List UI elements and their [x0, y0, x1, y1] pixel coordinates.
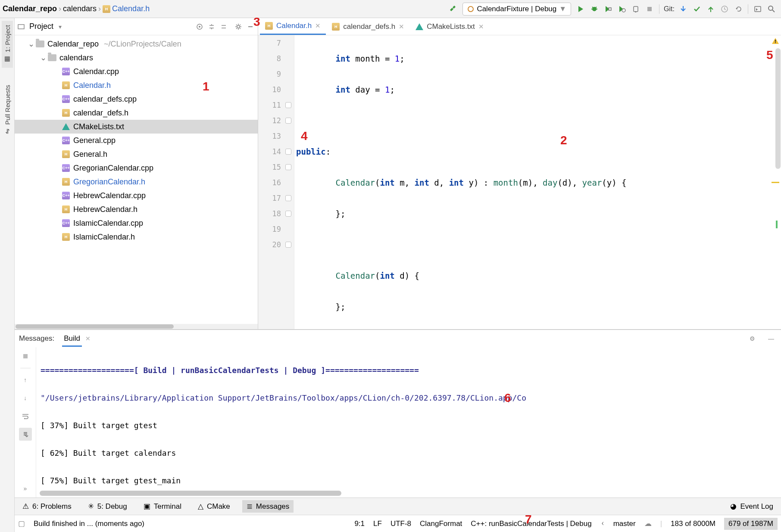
run-context[interactable]: C++: runBasicCalendarTests | Debug	[471, 520, 591, 528]
build-console[interactable]: ====================[ Build | runBasicCa…	[36, 347, 781, 498]
scroll-to-end-icon[interactable]	[19, 428, 32, 441]
soft-wrap-icon[interactable]	[19, 410, 32, 423]
line-separator[interactable]: LF	[373, 520, 382, 528]
encoding[interactable]: UTF-8	[390, 520, 411, 528]
gutter-line[interactable]: 10	[258, 82, 294, 97]
editor-tab[interactable]: CMakeLists.txt✕	[410, 19, 489, 35]
fold-marker-icon[interactable]	[285, 149, 291, 155]
crumb-folder[interactable]: calendars	[63, 4, 97, 13]
tree-file[interactable]: C++General.cpp	[15, 134, 258, 147]
vertical-scrollbar[interactable]	[775, 48, 781, 169]
chevron-down-icon[interactable]: ▾	[59, 23, 62, 30]
run-icon[interactable]	[575, 3, 586, 15]
tree-file[interactable]: C++IslamicCalendar.cpp	[15, 216, 258, 230]
code-content[interactable]: int month = 1; int day = 1; public: Cale…	[294, 35, 769, 329]
tree-file[interactable]: CMakeLists.txt	[15, 120, 258, 134]
tab-problems[interactable]: ⚠6: Problems	[18, 500, 76, 513]
editor-tab[interactable]: HCalendar.h✕	[260, 19, 326, 35]
fold-marker-icon[interactable]	[285, 164, 291, 170]
gutter-line[interactable]: 20	[258, 237, 294, 252]
tree-file[interactable]: C++HebrewCalendar.cpp	[15, 189, 258, 202]
tree-file[interactable]: C++calendar_defs.cpp	[15, 92, 258, 106]
close-icon[interactable]: ✕	[399, 23, 404, 31]
gear-icon[interactable]	[234, 22, 243, 31]
debug-icon[interactable]	[589, 3, 600, 15]
minimize-icon[interactable]: —	[768, 335, 774, 342]
stop-icon[interactable]	[644, 3, 655, 15]
gutter-line[interactable]: 16	[258, 175, 294, 190]
tree-root[interactable]: ⌄ Calendar_repo ~/CLionProjects/Calen	[15, 37, 258, 51]
tab-event-log[interactable]: ◕Event Log	[726, 500, 778, 513]
tab-cmake[interactable]: △CMake	[194, 500, 234, 513]
git-push-icon[interactable]	[705, 3, 716, 15]
tool-windows-icon[interactable]: ▢	[18, 519, 25, 528]
tree-file[interactable]: C++Calendar.cpp	[15, 65, 258, 78]
project-tree[interactable]: ⌄ Calendar_repo ~/CLionProjects/Calen ⌄ …	[15, 35, 258, 324]
tool-window-pull-requests[interactable]: ⇋ Pull Requests	[3, 85, 11, 134]
gutter[interactable]: 7891011121314151617181920	[258, 35, 294, 329]
gutter-line[interactable]: 19	[258, 221, 294, 237]
close-icon[interactable]: ✕	[315, 22, 321, 30]
memory-indicator-2[interactable]: 679 of 1987M	[724, 518, 778, 530]
git-branch[interactable]: master	[613, 520, 636, 528]
gutter-line[interactable]: 7	[258, 35, 294, 51]
gutter-line[interactable]: 17	[258, 190, 294, 206]
git-history-icon[interactable]	[719, 3, 730, 15]
locate-icon[interactable]	[195, 22, 204, 31]
fold-marker-icon[interactable]	[285, 195, 291, 201]
horizontal-scrollbar[interactable]	[40, 491, 341, 496]
warning-icon[interactable]	[772, 37, 779, 45]
crumb-project[interactable]: Calendar_repo	[3, 4, 57, 13]
up-icon[interactable]: ↑	[19, 373, 32, 386]
tree-file[interactable]: HIslamicCalendar.h	[15, 230, 258, 244]
tab-debug[interactable]: ✳5: Debug	[84, 500, 131, 513]
collapse-all-icon[interactable]	[219, 22, 228, 31]
stop-icon[interactable]	[19, 350, 32, 363]
editor-right-gutter[interactable]	[769, 35, 781, 329]
ok-marker[interactable]	[776, 221, 778, 228]
gutter-line[interactable]: 14	[258, 144, 294, 159]
close-icon[interactable]: ✕	[85, 335, 91, 342]
expand-all-icon[interactable]	[207, 22, 216, 31]
crumb-file[interactable]: Calendar.h	[112, 4, 150, 13]
warning-marker[interactable]	[772, 182, 779, 183]
expand-icon[interactable]: »	[19, 482, 32, 495]
tree-file[interactable]: HGregorianCalendar.h	[15, 175, 258, 189]
hammer-build-icon[interactable]	[447, 3, 459, 15]
git-pull-icon[interactable]	[678, 3, 689, 15]
coverage-icon[interactable]	[603, 3, 614, 15]
gutter-line[interactable]: 8	[258, 51, 294, 66]
minimize-icon[interactable]	[246, 22, 255, 31]
gutter-line[interactable]: 15	[258, 159, 294, 175]
gutter-line[interactable]: 13	[258, 128, 294, 144]
messages-tab-build[interactable]: Build	[62, 331, 82, 347]
tree-file[interactable]: C++GregorianCalendar.cpp	[15, 161, 258, 175]
project-panel-title[interactable]: Project	[29, 22, 53, 31]
fold-marker-icon[interactable]	[285, 118, 291, 124]
memory-indicator-1[interactable]: 183 of 8000M	[671, 520, 715, 528]
tree-file[interactable]: HHebrewCalendar.h	[15, 202, 258, 216]
down-icon[interactable]: ↓	[19, 392, 32, 404]
gutter-line[interactable]: 18	[258, 206, 294, 221]
tab-messages[interactable]: ≣Messages	[242, 500, 294, 513]
git-commit-icon[interactable]	[691, 3, 703, 15]
attach-icon[interactable]	[630, 3, 641, 15]
profile-icon[interactable]	[616, 3, 628, 15]
sync-icon[interactable]: ☁	[644, 519, 652, 528]
git-branch-icon[interactable]: ᚲ	[600, 520, 605, 528]
git-revert-icon[interactable]	[733, 3, 744, 15]
fold-marker-icon[interactable]	[285, 242, 291, 248]
horizontal-scrollbar[interactable]	[15, 324, 258, 329]
fold-marker-icon[interactable]	[285, 211, 291, 217]
run-config-selector[interactable]: CalendarFixture | Debug ▼	[462, 3, 571, 16]
run-anything-icon[interactable]	[752, 3, 763, 15]
close-icon[interactable]: ✕	[478, 23, 484, 31]
gutter-line[interactable]: 11	[258, 97, 294, 113]
tool-window-project[interactable]: ▦ 1: Project	[2, 21, 13, 68]
search-icon[interactable]	[766, 3, 777, 15]
fold-marker-icon[interactable]	[285, 102, 291, 108]
gear-icon[interactable]: ⚙	[750, 335, 755, 342]
tree-folder[interactable]: ⌄ calendars	[15, 51, 258, 65]
gutter-line[interactable]: 12	[258, 113, 294, 128]
tab-terminal[interactable]: ▣Terminal	[139, 500, 186, 513]
